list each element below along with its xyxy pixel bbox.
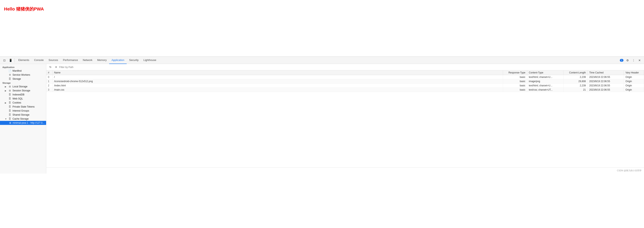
more-options-button[interactable]: ⋮ — [631, 58, 636, 63]
devtools-panel: ⊡ 📱 ElementsConsoleSourcesPerformanceNet… — [0, 56, 644, 174]
expand-arrow-local: ▶ — [5, 85, 7, 88]
table-cell: basic — [503, 83, 527, 88]
page-title: Hello 猪猪侠的PWA — [4, 6, 44, 12]
sidebar: Application 📄 Manifest ⚙ Service Workers… — [0, 64, 46, 174]
col-header-name: Name — [52, 70, 503, 75]
sidebar-item-storage-top[interactable]: 🗄 Storage — [0, 77, 46, 81]
inspect-icon-button[interactable]: ⊡ — [2, 58, 7, 63]
table-cell: /index.html — [52, 83, 503, 88]
close-devtools-button[interactable]: ✕ — [637, 58, 642, 63]
sidebar-section-application: Application — [0, 65, 46, 69]
session-storage-icon: ⊞ — [8, 89, 12, 92]
toolbar-separator — [14, 58, 15, 62]
pst-icon: 🗄 — [8, 105, 12, 108]
settings-button[interactable]: ⚙ — [625, 58, 630, 63]
table-cell: 2023/8/19 22:06:55 — [588, 75, 624, 79]
data-table: # Name Response-Type Content-Type Conten… — [46, 70, 644, 167]
tab-console[interactable]: Console — [32, 57, 46, 64]
sidebar-item-interest-groups[interactable]: 🗄 Interest Groups — [0, 109, 46, 113]
sidebar-item-cookies[interactable]: ▶ 🗄 Cookies — [0, 101, 46, 105]
tab-lighthouse[interactable]: Lighthouse — [141, 57, 159, 64]
cookies-icon: 🗄 — [8, 101, 12, 104]
page-content: Hello 猪猪侠的PWA — [0, 0, 644, 56]
tab-application[interactable]: Application — [109, 57, 127, 64]
sidebar-label-storage-top: Storage — [12, 77, 21, 80]
table-cell: /main.css — [52, 88, 503, 92]
table-cell: image/png — [527, 79, 564, 83]
sidebar-label-cookies: Cookies — [12, 101, 21, 104]
table-cell: 2023/8/19 22:06:55 — [588, 79, 624, 83]
tab-performance[interactable]: Performance — [60, 57, 80, 64]
sidebar-item-shared-storage[interactable]: 🗄 Shared Storage — [0, 113, 46, 117]
col-header-response: Response-Type — [503, 70, 527, 75]
sidebar-label-indexeddb: IndexedDB — [12, 93, 24, 96]
manifest-icon: 📄 — [8, 69, 12, 72]
sidebar-section-storage: Storage — [0, 81, 46, 84]
sidebar-item-web-sql[interactable]: 🗄 Web SQL — [0, 97, 46, 101]
devtools-toolbar: ⊡ 📱 ElementsConsoleSourcesPerformanceNet… — [0, 57, 644, 64]
sidebar-label-shared-storage: Shared Storage — [12, 113, 30, 116]
device-toolbar-button[interactable]: 📱 — [8, 58, 13, 63]
table-cell: Origin — [624, 75, 644, 79]
table-cell: 0 — [46, 75, 52, 79]
clear-button[interactable]: ✕ — [54, 65, 58, 70]
col-header-content-type: Content-Type — [527, 70, 564, 75]
table-cell: /icons/android-chrome-512x512.png — [52, 79, 503, 83]
sidebar-label-session-storage: Session Storage — [12, 89, 30, 92]
devtools-body: Application 📄 Manifest ⚙ Service Workers… — [0, 64, 644, 174]
table-cell: 2023/8/19 22:06:55 — [588, 83, 624, 88]
table-cell: 3 — [46, 88, 52, 92]
sidebar-item-cache-storage[interactable]: ▼ 🗄 Cache Storage — [0, 117, 46, 121]
expand-arrow-session: ▶ — [5, 90, 7, 92]
sidebar-label-manifest: Manifest — [12, 69, 22, 72]
tab-memory[interactable]: Memory — [95, 57, 109, 64]
cache-storage-icon: 🗄 — [8, 118, 12, 120]
table-row[interactable]: 0/basictext/html; charset=U...2,2392023/… — [46, 75, 644, 79]
refresh-button[interactable]: ↻ — [48, 65, 53, 70]
table-cell: Origin — [624, 88, 644, 92]
filter-input[interactable] — [59, 66, 642, 69]
table-cell: 2023/8/19 22:06:55 — [588, 88, 624, 92]
content-area: ↻ ✕ # Name Response-Type Content-Type Co… — [46, 64, 644, 174]
sidebar-item-local-storage[interactable]: ▶ ⊞ Local Storage — [0, 84, 46, 89]
col-header-vary: Vary Header — [624, 70, 644, 75]
tab-network[interactable]: Network — [80, 57, 95, 64]
sidebar-item-manifest[interactable]: 📄 Manifest — [0, 69, 46, 73]
table-cell: / — [52, 75, 503, 79]
tab-security[interactable]: Security — [127, 57, 141, 64]
sidebar-item-indexeddb[interactable]: 🗄 IndexedDB — [0, 93, 46, 97]
local-storage-icon: ⊞ — [8, 85, 12, 88]
sidebar-item-session-storage[interactable]: ▶ ⊞ Session Storage — [0, 89, 46, 93]
table-cell: basic — [503, 88, 527, 92]
table-cell: basic — [503, 79, 527, 83]
table-row[interactable]: 2/index.htmlbasictext/html; charset=U...… — [46, 83, 644, 88]
table-cell: 2,239 — [564, 83, 588, 88]
table-cell: Origin — [624, 83, 644, 88]
watermark-text: CSDN @努力的小乐同学 — [617, 169, 642, 172]
sidebar-label-private-state-tokens: Private State Tokens — [12, 105, 35, 108]
service-workers-icon: ⚙ — [8, 73, 12, 76]
storage-top-icon: 🗄 — [8, 77, 12, 80]
table-cell: 1 — [46, 79, 52, 83]
table-cell: 21 — [564, 88, 588, 92]
col-header-time-cached: Time Cached — [588, 70, 624, 75]
sidebar-item-cache-entry[interactable]: ⊞ minimal-pwa-1 - http://127.0... — [0, 121, 46, 125]
sidebar-label-service-workers: Service Workers — [12, 73, 30, 76]
watermark-area: CSDN @努力的小乐同学 — [46, 167, 644, 174]
sidebar-item-service-workers[interactable]: ⚙ Service Workers — [0, 73, 46, 77]
content-toolbar: ↻ ✕ — [46, 64, 644, 70]
table-row[interactable]: 1/icons/android-chrome-512x512.pngbasici… — [46, 79, 644, 83]
table-row[interactable]: 3/main.cssbasictext/css; charset=UT...21… — [46, 88, 644, 92]
table-cell: basic — [503, 75, 527, 79]
tab-elements[interactable]: Elements — [16, 57, 32, 64]
tab-sources[interactable]: Sources — [46, 57, 60, 64]
toolbar-right: 1 ⚙ ⋮ ✕ — [620, 58, 642, 63]
col-header-content-length: Content-Length — [564, 70, 588, 75]
badge-count: 1 — [620, 59, 624, 62]
sidebar-item-private-state-tokens[interactable]: 🗄 Private State Tokens — [0, 105, 46, 109]
sidebar-label-web-sql: Web SQL — [12, 97, 23, 100]
sidebar-label-cache-entry: minimal-pwa-1 - http://127.0... — [12, 122, 44, 124]
expand-arrow-cookies: ▶ — [5, 102, 7, 104]
table-cell: text/html; charset=U... — [527, 83, 564, 88]
sidebar-label-local-storage: Local Storage — [12, 85, 28, 88]
